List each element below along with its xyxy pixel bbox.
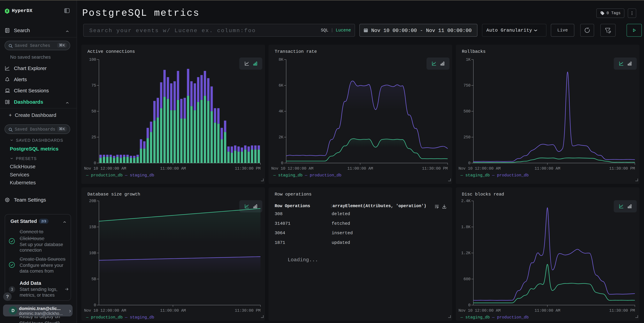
svg-text:11:00:00 AM: 11:00:00 AM	[534, 308, 560, 313]
svg-text:2K: 2K	[278, 135, 284, 140]
svg-text:0: 0	[281, 161, 283, 166]
svg-text:11:30:00 PM: 11:30:00 PM	[235, 166, 260, 171]
svg-text:75: 75	[91, 83, 96, 88]
svg-text:500: 500	[464, 109, 470, 114]
svg-text:Nov 10 12:00:00 AM: Nov 10 12:00:00 AM	[84, 166, 126, 171]
svg-text:11:00:00 AM: 11:00:00 AM	[347, 166, 373, 171]
svg-text:— production_db: — production_db	[86, 173, 122, 178]
svg-text:6K: 6K	[278, 83, 284, 88]
svg-text:11:00:00 AM: 11:00:00 AM	[160, 166, 186, 171]
svg-text:— production_db: — production_db	[305, 173, 342, 178]
svg-text:11:30:00 PM: 11:30:00 PM	[235, 308, 260, 313]
svg-text:50: 50	[91, 109, 96, 114]
svg-text:1K: 1K	[466, 57, 471, 62]
svg-text:100: 100	[89, 57, 96, 62]
svg-text:— production_db: — production_db	[492, 315, 529, 320]
svg-text:0: 0	[94, 303, 96, 308]
svg-text:— production_db: — production_db	[86, 315, 122, 320]
svg-text:15B: 15B	[89, 225, 96, 229]
svg-text:25: 25	[91, 135, 96, 140]
svg-text:Nov 10 12:00:00 AM: Nov 10 12:00:00 AM	[458, 166, 500, 171]
svg-text:20B: 20B	[89, 199, 96, 203]
svg-text:— staging_db: — staging_db	[460, 173, 490, 178]
svg-text:8K: 8K	[278, 57, 284, 62]
svg-text:— staging_db: — staging_db	[125, 315, 154, 320]
svg-text:0: 0	[468, 303, 470, 308]
svg-text:5B: 5B	[91, 277, 96, 282]
svg-text:Nov 10 12:00:00 AM: Nov 10 12:00:00 AM	[458, 308, 500, 313]
svg-text:11:30:00 PM: 11:30:00 PM	[609, 166, 635, 171]
svg-text:0: 0	[468, 161, 470, 166]
svg-text:11:30:00 PM: 11:30:00 PM	[422, 166, 448, 171]
svg-text:1.2K: 1.2K	[461, 251, 471, 255]
svg-text:— staging_db: — staging_db	[273, 173, 302, 178]
svg-text:— staging_db: — staging_db	[125, 173, 154, 178]
svg-text:11:00:00 AM: 11:00:00 AM	[534, 166, 560, 171]
svg-text:250: 250	[464, 135, 470, 140]
svg-text:1.8K: 1.8K	[461, 225, 471, 229]
svg-text:750: 750	[464, 83, 470, 88]
svg-text:2.4K: 2.4K	[461, 199, 471, 203]
svg-text:600: 600	[464, 277, 470, 282]
svg-text:10B: 10B	[89, 251, 96, 255]
svg-text:— production_db: — production_db	[492, 173, 529, 178]
svg-text:Nov 10 12:00:00 AM: Nov 10 12:00:00 AM	[84, 308, 126, 313]
svg-text:— staging_db: — staging_db	[460, 315, 490, 320]
svg-text:11:00:00 AM: 11:00:00 AM	[160, 308, 186, 313]
svg-text:0: 0	[94, 161, 96, 166]
svg-text:Nov 10 12:00:00 AM: Nov 10 12:00:00 AM	[271, 166, 313, 171]
svg-text:11:30:00 PM: 11:30:00 PM	[609, 308, 635, 313]
svg-text:4K: 4K	[278, 109, 284, 114]
